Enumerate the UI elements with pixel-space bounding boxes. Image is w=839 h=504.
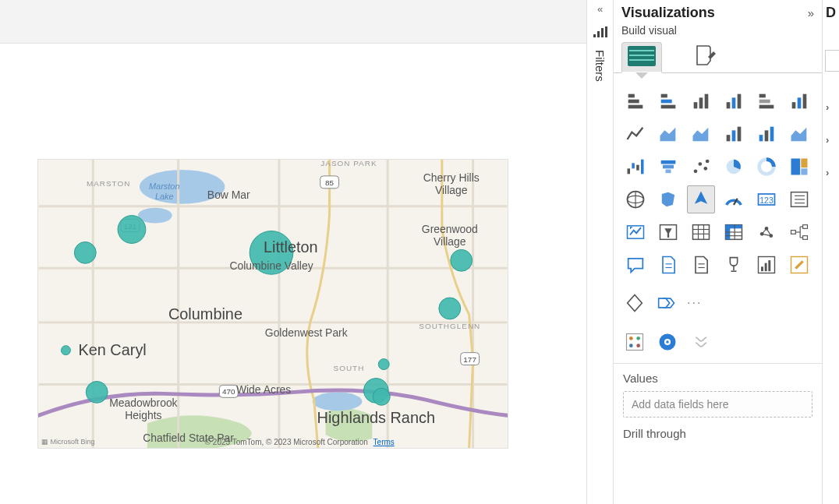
- visual-type-arcgis[interactable]: [785, 251, 813, 279]
- data-chevron-1[interactable]: ›: [826, 101, 829, 113]
- svg-rect-32: [661, 94, 667, 98]
- values-well-title: Values: [623, 372, 812, 385]
- svg-rect-29: [628, 94, 635, 98]
- visual-type-pie-chart[interactable]: [720, 153, 748, 181]
- visual-type-waterfall-chart[interactable]: [621, 153, 650, 181]
- visual-type-slicer[interactable]: [654, 218, 682, 246]
- visual-type-donut-chart[interactable]: [752, 153, 781, 181]
- build-visual-icon: [628, 46, 656, 69]
- visual-type-r-visual[interactable]: [752, 218, 781, 246]
- svg-rect-40: [738, 94, 742, 109]
- svg-point-119: [629, 337, 633, 340]
- data-pane-search-sliver[interactable]: [825, 50, 839, 72]
- visual-type-smart-narrative[interactable]: [654, 251, 682, 279]
- visual-type-100pct-stacked-bar[interactable]: [752, 87, 781, 115]
- visual-type-power-automate[interactable]: [653, 290, 679, 316]
- map-place-label: SOUTHGLENN: [419, 322, 480, 330]
- visual-type-clustered-bar-chart[interactable]: [654, 87, 682, 115]
- map-data-bubble[interactable]: [74, 241, 96, 263]
- visual-type-kpi[interactable]: [621, 218, 650, 246]
- build-visual-tab[interactable]: [621, 42, 662, 73]
- visual-type-key-influencers[interactable]: [720, 251, 748, 279]
- visual-type-qna[interactable]: [621, 251, 650, 279]
- visualizations-collapse-chevron[interactable]: »: [808, 6, 814, 19]
- map-data-bubble[interactable]: [61, 346, 70, 355]
- map-visual[interactable]: 85121470177 MARSTONMarstonLakeBow MarJAS…: [37, 159, 508, 449]
- visual-type-multi-row-card[interactable]: [785, 185, 813, 213]
- visual-type-python-visual[interactable]: [785, 218, 813, 246]
- map-data-bubble[interactable]: [86, 381, 108, 403]
- visual-type-map[interactable]: [621, 185, 650, 213]
- svg-rect-26: [629, 50, 654, 51]
- svg-rect-101: [803, 225, 808, 229]
- custom-visual-1[interactable]: [621, 329, 648, 355]
- svg-marker-82: [664, 228, 671, 238]
- visual-type-scatter-chart[interactable]: [687, 153, 715, 181]
- visual-type-table[interactable]: [687, 218, 715, 246]
- svg-rect-49: [738, 127, 742, 142]
- visual-type-paginated-report[interactable]: [687, 251, 715, 279]
- data-chevron-3[interactable]: ›: [826, 167, 829, 178]
- custom-visual-get[interactable]: [687, 329, 713, 355]
- visual-type-azure-map[interactable]: [687, 185, 715, 213]
- visual-type-decomposition-tree[interactable]: [752, 251, 781, 279]
- visual-gallery-more[interactable]: ···: [684, 296, 705, 310]
- report-canvas[interactable]: 85121470177 MARSTONMarstonLakeBow MarJAS…: [0, 44, 586, 504]
- svg-point-3: [313, 392, 363, 411]
- map-place-label: MARSTON: [87, 179, 130, 188]
- drill-through-section: Drill through: [614, 425, 822, 454]
- svg-point-125: [666, 340, 669, 344]
- visual-type-line-chart[interactable]: [621, 120, 650, 148]
- visual-type-funnel-chart[interactable]: [654, 153, 682, 181]
- svg-rect-83: [693, 225, 710, 240]
- svg-rect-42: [759, 100, 770, 104]
- visual-type-line-stacked-column[interactable]: [752, 120, 781, 148]
- format-visual-icon: [694, 44, 717, 70]
- filters-expand-chevron[interactable]: «: [587, 0, 613, 20]
- map-data-bubble[interactable]: [378, 359, 389, 370]
- svg-point-61: [699, 162, 703, 166]
- visual-type-treemap[interactable]: [785, 153, 813, 181]
- filters-icon: [587, 20, 613, 41]
- route-shield: 177: [461, 353, 480, 365]
- filters-label[interactable]: Filters: [593, 41, 607, 82]
- map-terms-link[interactable]: Terms: [373, 438, 395, 446]
- visual-type-matrix[interactable]: [720, 218, 748, 246]
- visual-type-clustered-column-chart[interactable]: [720, 87, 748, 115]
- map-data-bubble[interactable]: [118, 216, 146, 244]
- svg-rect-44: [792, 102, 796, 108]
- custom-visual-2[interactable]: [654, 329, 681, 355]
- map-data-bubble[interactable]: [451, 249, 473, 271]
- svg-rect-102: [803, 236, 808, 240]
- svg-rect-24: [605, 26, 607, 37]
- map-attribution: ▦ Microsoft Bing © 2023 TomTom, © 2023 M…: [38, 435, 508, 448]
- visual-type-filled-map[interactable]: [654, 185, 682, 213]
- values-field-well[interactable]: Add data fields here: [623, 391, 812, 418]
- visual-type-area-chart[interactable]: [654, 120, 682, 148]
- visual-type-gauge[interactable]: [720, 185, 748, 213]
- map-data-bubble[interactable]: [373, 388, 390, 405]
- visual-type-power-apps[interactable]: [621, 290, 648, 316]
- visual-type-line-clustered-column[interactable]: [720, 120, 748, 148]
- data-chevron-2[interactable]: ›: [826, 134, 829, 146]
- map-data-bubble[interactable]: [439, 298, 461, 319]
- svg-rect-58: [663, 165, 674, 169]
- svg-marker-80: [630, 227, 633, 230]
- svg-rect-38: [727, 102, 731, 108]
- visual-type-ribbon-chart[interactable]: [785, 120, 813, 148]
- svg-text:123: 123: [759, 196, 774, 205]
- route-shield: 85: [320, 176, 339, 189]
- filters-pane-collapsed: « Filters: [586, 0, 613, 504]
- visual-type-100pct-stacked-column[interactable]: [785, 87, 813, 115]
- svg-rect-23: [601, 28, 604, 37]
- visual-type-stacked-area-chart[interactable]: [687, 120, 715, 148]
- map-place-label: Wide Acres: [236, 383, 291, 396]
- custom-visuals-row: [614, 324, 822, 363]
- visual-type-stacked-bar-chart[interactable]: [621, 87, 650, 115]
- svg-rect-48: [732, 130, 736, 141]
- format-visual-tab[interactable]: [685, 41, 726, 72]
- visual-type-stacked-column-chart[interactable]: [687, 87, 715, 115]
- svg-text:85: 85: [325, 178, 335, 187]
- svg-rect-43: [759, 105, 774, 109]
- visual-type-card[interactable]: 123: [752, 185, 781, 213]
